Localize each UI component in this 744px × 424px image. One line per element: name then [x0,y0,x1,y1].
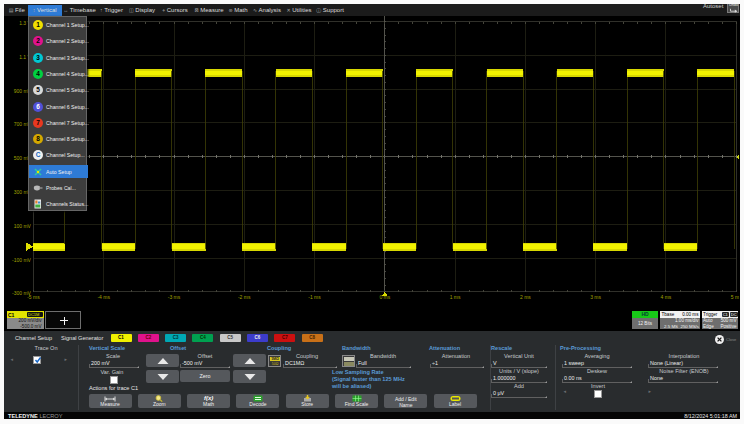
svg-text:4 ms: 4 ms [660,294,671,300]
svg-text:5 ms: 5 ms [731,294,739,300]
svg-text:2 ms: 2 ms [520,294,531,300]
svg-text:100 mV: 100 mV [14,223,32,229]
svg-text:1 ms: 1 ms [450,294,461,300]
svg-text:-100 mV: -100 mV [12,257,32,263]
svg-text:-2 ms: -2 ms [238,294,251,300]
svg-text:-5 ms: -5 ms [27,294,40,300]
svg-text:-3 ms: -3 ms [168,294,181,300]
svg-text:3 ms: 3 ms [590,294,601,300]
svg-text:-1 ms: -1 ms [308,294,321,300]
svg-text:-4 ms: -4 ms [97,294,110,300]
